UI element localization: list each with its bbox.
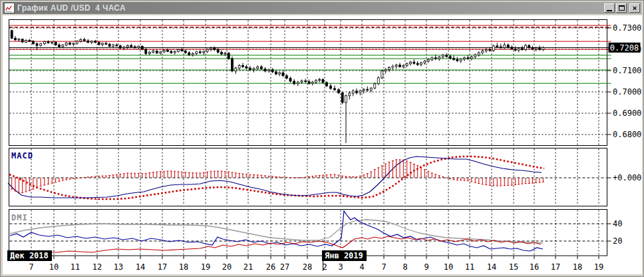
svg-text:Янв 2019: Янв 2019 — [325, 251, 363, 260]
title-bar: График AUD /USD 4 ЧАСА × — [3, 2, 641, 14]
svg-text:27: 27 — [280, 262, 289, 272]
maximize-icon — [619, 5, 625, 11]
svg-text:Дек 2018: Дек 2018 — [10, 251, 49, 260]
current-price-tag: 0.7208 — [609, 43, 641, 53]
macd-panel-label: MACD — [11, 151, 33, 160]
svg-text:16: 16 — [530, 262, 539, 272]
svg-text:0.7100: 0.7100 — [613, 66, 641, 75]
svg-text:40: 40 — [613, 219, 622, 228]
svg-text:14: 14 — [136, 262, 145, 272]
svg-text:19: 19 — [594, 262, 603, 272]
svg-text:20: 20 — [613, 236, 622, 246]
svg-text:18: 18 — [573, 262, 582, 272]
svg-text:0.6900: 0.6900 — [613, 109, 641, 118]
svg-text:11: 11 — [465, 262, 474, 272]
svg-text:12: 12 — [92, 262, 102, 272]
svg-text:26: 26 — [266, 262, 275, 272]
svg-text:7: 7 — [29, 262, 33, 272]
close-button[interactable]: × — [629, 3, 640, 13]
svg-text:14: 14 — [487, 262, 496, 272]
svg-text:4: 4 — [359, 262, 364, 272]
svg-text:19: 19 — [201, 262, 210, 272]
svg-text:10: 10 — [49, 262, 59, 272]
window-title: График AUD /USD 4 ЧАСА — [17, 3, 603, 13]
svg-text:0.7000: 0.7000 — [613, 87, 641, 97]
svg-text:11: 11 — [71, 262, 80, 272]
svg-text:0.7300: 0.7300 — [613, 23, 641, 33]
svg-text:10: 10 — [444, 262, 453, 272]
svg-text:0.7208: 0.7208 — [610, 43, 639, 53]
svg-text:21: 21 — [243, 262, 253, 272]
minimize-button[interactable] — [604, 3, 615, 13]
svg-text:18: 18 — [179, 262, 188, 272]
svg-text:17: 17 — [551, 262, 560, 272]
svg-text:28: 28 — [303, 262, 312, 272]
svg-text:3: 3 — [338, 262, 343, 272]
svg-text:9: 9 — [424, 262, 428, 272]
month-label-dec: Дек 2018 — [7, 250, 52, 261]
chart-canvas: 0.73000.72000.71000.70000.69000.68000.72… — [1, 1, 644, 277]
close-icon: × — [633, 5, 637, 12]
svg-text:17: 17 — [158, 262, 167, 272]
chart-app-icon — [4, 3, 15, 13]
svg-text:0.6800: 0.6800 — [613, 130, 641, 139]
dmi-panel-label: DMI — [11, 213, 28, 222]
month-label-jan: Янв 2019 — [322, 250, 367, 261]
svg-text:7: 7 — [381, 262, 386, 272]
maximize-button[interactable] — [616, 3, 627, 13]
svg-text:8: 8 — [402, 262, 407, 272]
macd-zero-label: +0.000 — [613, 173, 641, 182]
chart-window: 0.73000.72000.71000.70000.69000.68000.72… — [0, 0, 644, 277]
minimize-icon — [607, 10, 612, 11]
svg-text:13: 13 — [114, 262, 123, 272]
svg-text:20: 20 — [222, 262, 232, 272]
svg-text:15: 15 — [509, 262, 518, 272]
